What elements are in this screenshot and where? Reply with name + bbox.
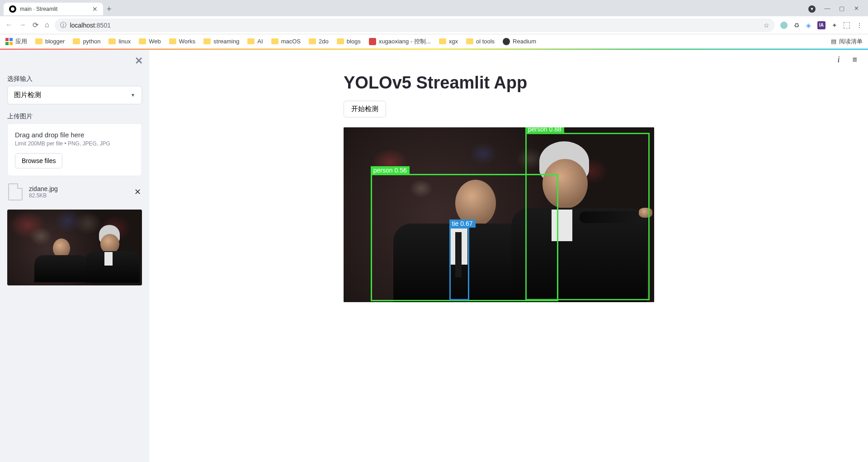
bookmark-folder[interactable]: Works — [169, 38, 196, 45]
menu-icon[interactable]: ⋮ — [856, 22, 863, 29]
close-tab-icon[interactable]: ✕ — [92, 5, 98, 13]
detection-label: tie 0.67 — [449, 219, 476, 228]
bookmark-folder[interactable]: AI — [247, 38, 263, 45]
info-icon[interactable]: i — [837, 55, 840, 65]
detection-label: person 0.56 — [371, 166, 410, 174]
profile-icon[interactable] — [780, 22, 788, 29]
folder-icon — [108, 38, 116, 44]
bookmark-folder[interactable]: linux — [108, 38, 131, 45]
remove-file-icon[interactable]: ✕ — [134, 187, 141, 197]
apps-shortcut[interactable]: 应用 — [5, 37, 27, 46]
list-icon: ▤ — [831, 38, 836, 45]
url-host: localhost — [70, 22, 95, 29]
upload-label: 上传图片 — [7, 112, 142, 121]
folder-icon — [466, 38, 473, 44]
folder-icon — [439, 38, 446, 44]
detection-label: person 0.88 — [525, 127, 564, 133]
bookmark-site[interactable]: xugaoxiang - 控制... — [369, 37, 431, 46]
folder-icon — [35, 38, 42, 44]
extension-ia-icon[interactable]: IA — [817, 21, 826, 29]
streamlit-app: ✕ 选择输入 图片检测 ▼ 上传图片 Drag and drop file he… — [0, 50, 868, 462]
main-content: i ≡ YOLOv5 Streamlit App 开始检测 — [149, 50, 868, 462]
site-icon — [503, 38, 510, 45]
bookmark-folder[interactable]: Web — [139, 38, 161, 45]
bookmark-folder[interactable]: python — [73, 38, 100, 45]
bookmark-folder[interactable]: streaming — [203, 38, 239, 45]
url-path: :8501 — [95, 22, 111, 29]
detection-bbox: tie 0.67 — [449, 227, 470, 301]
start-detect-button[interactable]: 开始检测 — [344, 101, 386, 117]
forward-button[interactable]: → — [19, 21, 26, 29]
extensions-icon[interactable]: ✦ — [832, 22, 837, 29]
folder-icon — [139, 38, 146, 44]
folder-icon — [309, 38, 316, 44]
folder-icon — [169, 38, 176, 44]
file-icon — [8, 183, 23, 201]
page-title: YOLOv5 Streamlit App — [344, 73, 674, 93]
folder-icon — [271, 38, 278, 44]
input-select-label: 选择输入 — [7, 75, 142, 83]
recycle-icon[interactable]: ♻ — [794, 22, 800, 29]
maximize-button[interactable]: ▢ — [839, 5, 844, 11]
detection-result-image: person 0.88person 0.56tie 0.67 — [344, 127, 654, 302]
file-size: 82.5KB — [29, 192, 128, 199]
folder-icon — [203, 38, 211, 44]
bookmark-folder[interactable]: blogs — [337, 38, 361, 45]
home-button[interactable]: ⌂ — [45, 21, 49, 29]
address-bar[interactable]: ⓘ localhost:8501 ☆ — [55, 19, 775, 32]
window-controls: ▼ — ▢ ✕ — [808, 5, 864, 13]
folder-icon — [73, 38, 80, 44]
bookmark-folder[interactable]: macOS — [271, 38, 301, 45]
close-window-button[interactable]: ✕ — [854, 5, 859, 11]
site-icon — [369, 38, 376, 45]
bookmark-folder[interactable]: blogger — [35, 38, 65, 45]
reload-button[interactable]: ⟳ — [33, 21, 38, 29]
limit-text: Limit 200MB per file • PNG, JPEG, JPG — [15, 140, 134, 147]
new-tab-button[interactable]: + — [107, 5, 112, 14]
tab-title: main · Streamlit — [20, 6, 57, 12]
drop-text: Drag and drop file here — [15, 131, 134, 139]
extension-square-icon[interactable] — [844, 22, 850, 28]
chevron-down-icon: ▼ — [131, 93, 135, 98]
browse-files-button[interactable]: Browse files — [15, 153, 62, 168]
browser-tab[interactable]: main · Streamlit ✕ — [4, 3, 103, 15]
dropdown-icon[interactable]: ▼ — [808, 5, 816, 13]
file-name: zidane.jpg — [29, 185, 128, 192]
bookmark-folder[interactable]: 2do — [309, 38, 329, 45]
site-info-icon[interactable]: ⓘ — [60, 21, 66, 29]
sidebar: ✕ 选择输入 图片检测 ▼ 上传图片 Drag and drop file he… — [0, 50, 149, 462]
close-sidebar-icon[interactable]: ✕ — [135, 55, 143, 67]
bookmarks-bar: 应用 blogger python linux Web Works stream… — [0, 34, 868, 49]
folder-icon — [247, 38, 255, 44]
file-uploader[interactable]: Drag and drop file here Limit 200MB per … — [7, 123, 142, 176]
apps-icon — [5, 38, 13, 45]
select-value: 图片检测 — [14, 91, 41, 99]
browser-chrome: main · Streamlit ✕ + ▼ — ▢ ✕ ← → ⟳ ⌂ ⓘ l… — [0, 0, 868, 49]
folder-icon — [337, 38, 344, 44]
diamond-icon[interactable]: ◈ — [806, 22, 811, 29]
browser-toolbar: ← → ⟳ ⌂ ⓘ localhost:8501 ☆ ♻ ◈ IA ✦ ⋮ — [0, 16, 868, 34]
bookmark-folder[interactable]: ol tools — [466, 38, 495, 45]
bookmark-folder[interactable]: xgx — [439, 38, 458, 45]
reading-list-button[interactable]: ▤ 阅读清单 — [831, 37, 863, 46]
minimize-button[interactable]: — — [825, 5, 830, 11]
input-type-select[interactable]: 图片检测 ▼ — [7, 86, 142, 104]
favicon-icon — [9, 5, 16, 13]
bookmark-site[interactable]: Readium — [503, 38, 536, 45]
back-button[interactable]: ← — [5, 21, 13, 29]
preview-thumbnail — [7, 210, 142, 285]
uploaded-file-row: zidane.jpg 82.5KB ✕ — [7, 182, 142, 201]
hamburger-menu-icon[interactable]: ≡ — [852, 55, 857, 65]
bookmark-star-icon[interactable]: ☆ — [764, 22, 769, 29]
tab-strip: main · Streamlit ✕ + ▼ — ▢ ✕ — [0, 0, 868, 16]
